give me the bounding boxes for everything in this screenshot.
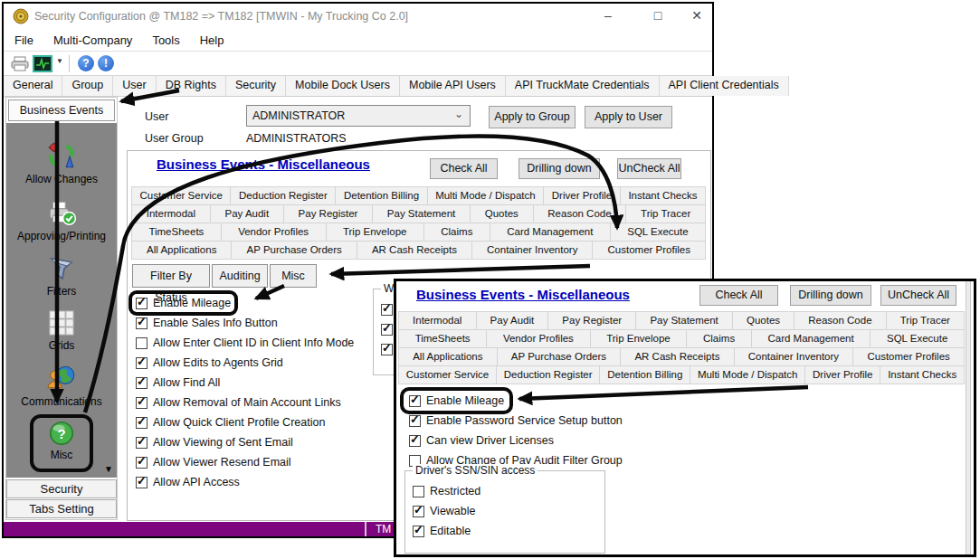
monitor-app-icon[interactable]	[33, 55, 52, 72]
checkbox-row[interactable]: ✓Allow Find All	[136, 375, 220, 390]
tab-grid-cell[interactable]: Trip Tracer	[625, 204, 706, 223]
tab-grid-cell[interactable]: Quotes	[732, 311, 794, 330]
drilling-down-button[interactable]: Drilling down	[519, 158, 600, 179]
tab-grid-cell[interactable]: Instant Checks	[880, 365, 965, 384]
tab-grid-cell[interactable]: Multi Mode / Dispatch	[690, 365, 805, 384]
maximize-button[interactable]: □	[634, 4, 681, 29]
subtab-misc[interactable]: Misc	[270, 264, 317, 288]
checkbox-checked[interactable]: ✓	[136, 397, 147, 409]
sidebar-scroll-down-icon[interactable]: ▼	[104, 464, 113, 474]
checkbox-row[interactable]: ✓Enable Mileage	[409, 393, 504, 408]
tab[interactable]: API Client Credentials	[660, 76, 789, 96]
tab-grid-cell[interactable]: Driver Profile	[804, 365, 880, 384]
overlay-check-all-button[interactable]: Check All	[699, 285, 778, 306]
close-button[interactable]: ✕	[681, 4, 712, 29]
checkbox-checked[interactable]: ✓	[136, 477, 147, 488]
sidebar-item-grids[interactable]: Grids	[6, 308, 117, 352]
tab[interactable]: API TruckMate Credentials	[506, 76, 660, 96]
toolbar-dropdown-icon[interactable]: ▼	[56, 57, 63, 65]
menu-multi-company[interactable]: Multi-Company	[53, 33, 132, 47]
tab-grid-cell[interactable]: Customer Service	[398, 365, 497, 384]
tab-grid-cell[interactable]: Customer Service	[131, 186, 231, 205]
tab-grid-cell[interactable]: Container Inventory	[471, 241, 594, 260]
sidebar-item-approving-printing[interactable]: Approving/Printing	[6, 197, 117, 242]
checkbox-row[interactable]: ✓Enable Password Service Setup button	[409, 413, 623, 428]
checkbox-row[interactable]: ✓Allow API Access	[136, 475, 240, 489]
sidebar-tabs-setting-button[interactable]: Tabs Setting	[6, 499, 117, 518]
tab-grid-cell[interactable]: Intermodal	[131, 204, 211, 223]
sidebar-business-events-button[interactable]: Business Events	[8, 99, 115, 121]
overlay-scrollbar[interactable]	[966, 281, 971, 554]
print-icon[interactable]	[11, 56, 29, 71]
tab-grid-cell[interactable]: Container Inventory	[734, 347, 854, 366]
checkbox-row[interactable]: ✓Viewable	[413, 504, 476, 518]
checkbox-row[interactable]: ✓Enable Sales Info Button	[136, 316, 278, 330]
tab-grid-cell[interactable]: Card Management	[490, 223, 611, 242]
checkbox-checked[interactable]: ✓	[136, 457, 147, 469]
checkbox-checked[interactable]: ✓	[381, 344, 393, 355]
menu-file[interactable]: File	[14, 33, 33, 47]
tab-grid-cell[interactable]: Detention Billing	[335, 186, 427, 205]
tab-grid-cell[interactable]: TimeSheets	[398, 329, 487, 348]
minimize-button[interactable]: –	[587, 4, 629, 29]
tab-grid-cell[interactable]: AR Cash Receipts	[357, 241, 472, 260]
tab-grid-cell[interactable]: Claims	[423, 223, 490, 242]
checkbox-row[interactable]: Allow Enter Client ID in Client Info Mod…	[136, 336, 354, 350]
checkbox-unchecked[interactable]	[413, 486, 424, 497]
menu-tools[interactable]: Tools	[152, 33, 179, 47]
tab-grid-cell[interactable]: All Applications	[131, 241, 232, 260]
checkbox-row[interactable]: ✓Allow Removal of Main Account Links	[136, 395, 341, 410]
tab-grid-cell[interactable]: SQL Execute	[870, 329, 965, 348]
tab[interactable]: User	[113, 76, 156, 96]
tab-grid-cell[interactable]: Instant Checks	[620, 186, 706, 205]
tab-grid-cell[interactable]: Reason Code	[794, 311, 887, 330]
tab-grid-cell[interactable]: Intermodal	[398, 311, 477, 330]
checkbox-checked[interactable]: ✓	[409, 435, 421, 447]
sidebar-item-misc[interactable]: ? Misc	[6, 420, 117, 470]
tab-grid-cell[interactable]: Pay Register	[547, 311, 636, 330]
subtab-filter-by-status[interactable]: Filter By Status	[132, 264, 210, 288]
tab-grid-cell[interactable]: Claims	[686, 329, 751, 348]
checkbox-row[interactable]: ✓Enable Mileage	[136, 296, 231, 310]
checkbox-checked[interactable]: ✓	[413, 506, 424, 517]
checkbox-row[interactable]: ✓Editable	[413, 524, 471, 538]
tab[interactable]: Mobile Dock Users	[286, 76, 400, 96]
tab-grid-cell[interactable]: Detention Billing	[599, 365, 690, 384]
checkbox-row[interactable]: ✓Can view Driver Licenses	[409, 433, 554, 448]
tab[interactable]: DB Rights	[157, 76, 226, 96]
checkbox-row[interactable]: Restricted	[413, 484, 480, 498]
tab-grid-cell[interactable]: Pay Audit	[210, 204, 284, 223]
sidebar-item-communications[interactable]: Communications	[6, 363, 117, 408]
sidebar-security-button[interactable]: Security	[6, 479, 117, 498]
checkbox-row[interactable]: ✓Allow Viewing of Sent Email	[136, 435, 293, 450]
overlay-drilling-down-button[interactable]: Drilling down	[790, 285, 871, 306]
apply-to-user-button[interactable]: Apply to User	[585, 106, 672, 128]
tab-grid-cell[interactable]: Vendor Profiles	[486, 329, 590, 348]
checkbox-checked[interactable]: ✓	[409, 415, 421, 427]
tab-grid-cell[interactable]: Multi Mode / Dispatch	[427, 186, 545, 205]
tab-grid-cell[interactable]: AR Cash Receipts	[620, 347, 734, 366]
tab-grid-cell[interactable]: Pay Audit	[476, 311, 549, 330]
subtab-auditing[interactable]: Auditing	[212, 264, 268, 288]
checkbox-unchecked[interactable]	[136, 337, 147, 349]
tab[interactable]: Group	[62, 76, 113, 96]
tab-grid-cell[interactable]: Trip Envelope	[326, 223, 424, 242]
tab-grid-cell[interactable]: Trip Envelope	[590, 329, 688, 348]
tab-grid-cell[interactable]: Reason Code	[533, 204, 627, 223]
checkbox-checked[interactable]: ✓	[381, 324, 393, 336]
tab-grid-cell[interactable]: Vendor Profiles	[221, 223, 327, 242]
checkbox-checked[interactable]: ✓	[381, 304, 393, 316]
tab-grid-cell[interactable]: AP Purchase Orders	[231, 241, 357, 260]
checkbox-row[interactable]: ✓Allow Quick Client Profile Creation	[136, 415, 325, 430]
tab-grid-cell[interactable]: Trip Tracer	[886, 311, 965, 330]
tab-grid-cell[interactable]: Deduction Register	[496, 365, 600, 384]
tab-grid-cell[interactable]: Customer Profiles	[852, 347, 965, 366]
checkbox-checked[interactable]: ✓	[413, 526, 424, 537]
tab-grid-cell[interactable]: AP Purchase Orders	[497, 347, 622, 366]
tab-grid-cell[interactable]: Deduction Register	[230, 186, 336, 205]
sidebar-item-allow-changes[interactable]: Allow Changes	[6, 140, 117, 185]
about-icon[interactable]: !	[98, 55, 114, 71]
tab-grid-cell[interactable]: Card Management	[751, 329, 871, 348]
checkbox-row[interactable]: ✓Allow Edits to Agents Grid	[136, 355, 283, 370]
tab-grid-cell[interactable]: Pay Register	[283, 204, 373, 223]
